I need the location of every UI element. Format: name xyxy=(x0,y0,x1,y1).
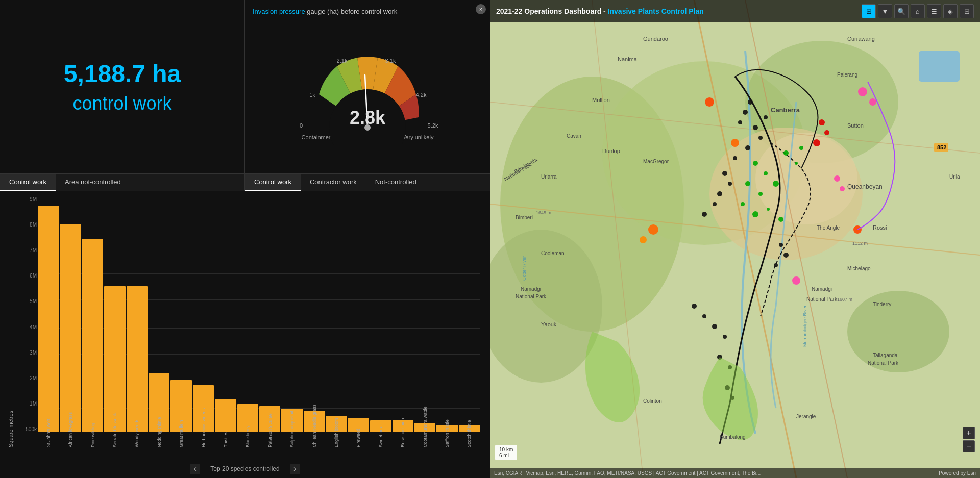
svg-point-35 xyxy=(778,217,783,222)
svg-text:Colinton: Colinton xyxy=(643,398,662,404)
svg-text:Murrumbidgee River: Murrumbidgee River xyxy=(802,305,807,347)
chart-bar[interactable] xyxy=(82,239,103,432)
tab-area-not-controlled[interactable]: Area not-controlled xyxy=(56,174,130,191)
zoom-out-button[interactable]: − xyxy=(963,440,975,452)
svg-point-39 xyxy=(705,97,714,107)
map-btn-dropdown[interactable]: ▼ xyxy=(878,4,892,18)
svg-point-38 xyxy=(640,236,647,243)
tab-control-work-left[interactable]: Control work xyxy=(0,174,56,191)
x-label-text: African lovegrass xyxy=(68,409,73,447)
x-label-text: St John's wort xyxy=(46,409,51,447)
map-btn-home[interactable]: ⌂ xyxy=(911,4,925,18)
y-tick-7m: 7M xyxy=(16,247,37,253)
x-label-text: Chilean needle grass xyxy=(312,409,317,447)
svg-point-27 xyxy=(758,192,763,196)
chart-next-button[interactable]: › xyxy=(290,464,300,474)
x-label-text: Woody weeds xyxy=(134,409,139,447)
svg-point-42 xyxy=(869,98,876,106)
svg-point-50 xyxy=(738,120,742,124)
chart-bar[interactable] xyxy=(60,224,81,432)
x-label-item: Great mullein xyxy=(170,409,191,447)
svg-text:National Park: National Park xyxy=(806,296,838,302)
bars-container xyxy=(38,196,480,432)
y-tick-3m: 3M xyxy=(16,350,37,356)
zoom-in-button[interactable]: + xyxy=(963,427,975,439)
x-label-text: Great mullein xyxy=(179,409,184,447)
svg-point-59 xyxy=(717,191,722,196)
tab-contractor-work[interactable]: Contractor work xyxy=(301,174,366,191)
svg-text:3.1k: 3.1k xyxy=(385,58,396,64)
gauge-section: × Invasion pressure gauge (ha) before co… xyxy=(245,0,490,173)
bar-wrapper xyxy=(414,196,435,432)
x-label-text: Fireweed xyxy=(356,409,361,447)
bar-wrapper xyxy=(60,196,81,432)
x-label-item: Blackberry xyxy=(237,409,258,447)
x-label-text: Blackberry xyxy=(245,409,250,447)
map-title-highlight: Invasive Plants Control Plan xyxy=(608,7,704,15)
x-label-text: Scotch thistle xyxy=(467,409,472,447)
svg-text:Namadgi: Namadgi xyxy=(521,286,541,292)
x-label-item: African lovegrass xyxy=(60,409,81,447)
svg-text:1645 m: 1645 m xyxy=(536,210,551,215)
svg-text:1112 m: 1112 m xyxy=(852,241,868,246)
left-panel: 5,188.7 ha control work × Invasion press… xyxy=(0,0,490,478)
svg-point-33 xyxy=(752,211,758,217)
svg-point-60 xyxy=(713,202,717,206)
map-btn-search[interactable]: 🔍 xyxy=(894,4,909,18)
bar-wrapper xyxy=(459,196,480,432)
svg-text:Jerangle: Jerangle xyxy=(796,414,816,419)
x-label-item: Scotch thistle xyxy=(459,409,480,447)
bar-wrapper xyxy=(149,196,169,432)
svg-point-63 xyxy=(783,253,789,258)
svg-text:5.2k: 5.2k xyxy=(428,122,438,129)
chart-inner: 500k 1M 2M 3M 4M 5M 6M 7M 8M 9M xyxy=(16,196,482,447)
svg-text:Queanbeyan: Queanbeyan xyxy=(847,183,883,190)
svg-text:Sutton: Sutton xyxy=(847,122,864,129)
svg-text:2.8k: 2.8k xyxy=(350,107,386,128)
map-header: 2021-22 Operations Dashboard - Invasive … xyxy=(490,0,980,22)
svg-point-46 xyxy=(819,119,825,125)
chart-prev-button[interactable]: ‹ xyxy=(190,464,200,474)
svg-text:852: 852 xyxy=(937,144,946,150)
chart-bar[interactable] xyxy=(38,206,59,432)
close-button[interactable]: × xyxy=(476,4,486,14)
map-btn-layers[interactable]: ☰ xyxy=(927,4,941,18)
svg-text:1607 m: 1607 m xyxy=(837,297,852,302)
svg-point-44 xyxy=(840,186,845,191)
x-label-text: Rose campion xyxy=(400,409,405,447)
svg-text:Gundaroo: Gundaroo xyxy=(643,36,668,42)
bar-wrapper xyxy=(304,196,325,432)
x-label-item: Thistles xyxy=(215,409,236,447)
map-btn-grid[interactable]: ⊞ xyxy=(862,4,876,18)
svg-point-17 xyxy=(755,133,857,224)
y-tick-6m: 6M xyxy=(16,273,37,279)
map-container[interactable]: Mullion Cavan Uriarra Bimberi Cooleman N… xyxy=(490,0,980,478)
map-btn-legend[interactable]: ◈ xyxy=(943,4,958,18)
svg-text:Cavan: Cavan xyxy=(567,133,581,139)
svg-point-43 xyxy=(834,175,840,182)
tab-control-work-right[interactable]: Control work xyxy=(245,174,301,191)
x-label-item: Paterson's curse xyxy=(259,409,280,447)
svg-text:Urila: Urila xyxy=(949,174,960,180)
map-powered-by: Powered by Esri xyxy=(939,470,976,476)
y-tick-500k: 500k xyxy=(16,426,37,432)
x-label-text: Cootamundra wattle xyxy=(423,409,428,447)
top-section: 5,188.7 ha control work × Invasion press… xyxy=(0,0,490,173)
x-label-text: Sulphur cinquefoil xyxy=(289,409,295,447)
bar-wrapper xyxy=(370,196,391,432)
x-label-item: Rose campion xyxy=(393,409,413,447)
svg-point-31 xyxy=(745,181,750,186)
svg-text:The Angle: The Angle xyxy=(817,225,840,231)
svg-text:Mullion: Mullion xyxy=(592,97,610,103)
svg-text:MacGregor: MacGregor xyxy=(643,159,669,164)
svg-point-24 xyxy=(753,161,758,166)
bar-wrapper xyxy=(259,196,280,432)
bar-wrapper xyxy=(348,196,369,432)
svg-text:Rossi: Rossi xyxy=(873,224,887,231)
svg-text:Bumbalong: Bumbalong xyxy=(720,434,746,440)
tab-not-controlled[interactable]: Not-controlled xyxy=(366,174,426,191)
x-label-text: Serrated tussock xyxy=(112,409,117,447)
x-label-item: Serrated tussock xyxy=(104,409,125,447)
bar-wrapper xyxy=(215,196,236,432)
map-btn-basemap[interactable]: ⊟ xyxy=(960,4,974,18)
